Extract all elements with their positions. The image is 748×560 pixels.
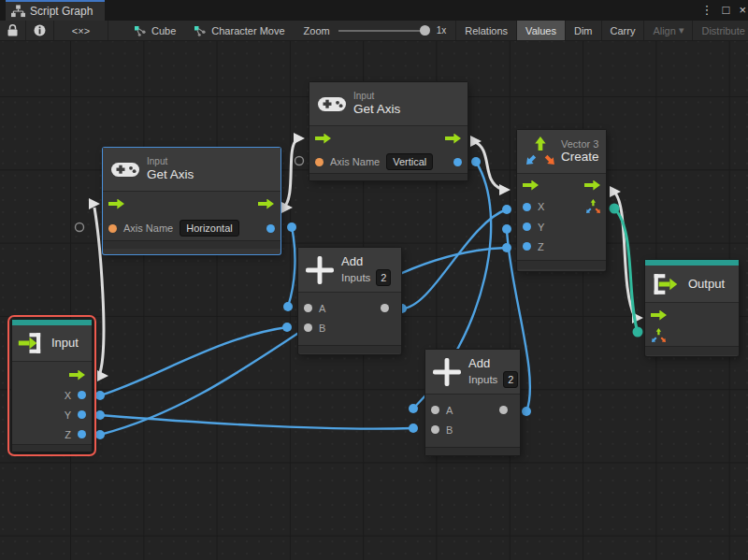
zoom-slider-knob[interactable]: [420, 25, 430, 36]
toggle-carry[interactable]: Carry: [601, 21, 644, 41]
breadcrumb-cube[interactable]: Cube: [125, 21, 185, 41]
y-out-port[interactable]: [78, 410, 86, 419]
flow-in-port[interactable]: [315, 134, 331, 144]
axis-name-port[interactable]: [315, 158, 324, 166]
y-port[interactable]: [523, 223, 531, 231]
node-title: Get Axis: [353, 102, 400, 117]
graph-hierarchy-icon: [11, 5, 25, 18]
flow-out-port[interactable]: [445, 134, 461, 144]
graph-node-icon: [135, 25, 147, 36]
flow-in-port[interactable]: [108, 199, 124, 209]
output-icon: [653, 273, 681, 295]
port-label: Axis Name: [330, 156, 380, 167]
port-label: B: [446, 424, 453, 436]
breadcrumb-character-move-label: Character Move: [211, 25, 284, 36]
flow-out-port[interactable]: [69, 370, 85, 381]
node-vector3-create[interactable]: Vector 3 Create X Y: [517, 130, 606, 271]
flow-out-port[interactable]: [258, 199, 274, 209]
toggle-dim[interactable]: Dim: [565, 21, 601, 41]
node-graph-input[interactable]: Input X Y Z: [12, 320, 92, 452]
menu-align[interactable]: Align ▾: [643, 21, 692, 41]
sum-port[interactable]: [499, 406, 508, 414]
lock-icon: [7, 24, 18, 36]
vector3-icon: [524, 135, 555, 168]
graph-toolbar: <×> Cube Character Move Zoom: [0, 21, 748, 41]
z-port[interactable]: [523, 242, 531, 251]
toggle-relations[interactable]: Relations: [455, 21, 516, 41]
add-icon: [306, 256, 334, 284]
code-view-label: <×>: [72, 25, 90, 36]
port-label: X: [538, 201, 544, 212]
menu-kebab-icon[interactable]: ⋮: [701, 0, 713, 21]
menu-distribute[interactable]: Distribute ▾: [692, 21, 748, 41]
breadcrumb-character-move[interactable]: Character Move: [185, 21, 294, 41]
input-icon: [18, 332, 46, 354]
node-title: Output: [688, 277, 725, 292]
gamepad-icon: [111, 161, 139, 179]
port-label: A: [319, 303, 325, 314]
close-icon[interactable]: ×: [739, 0, 746, 21]
axis-name-field[interactable]: Vertical: [386, 153, 433, 170]
node-get-axis-vertical[interactable]: Input Get Axis Axis Name Vertical: [309, 82, 468, 180]
code-view-button[interactable]: <×>: [54, 21, 108, 41]
port-label: Z: [65, 429, 71, 440]
inputs-count-field[interactable]: 2: [503, 371, 518, 388]
info-button[interactable]: [26, 21, 54, 41]
axis-name-port[interactable]: [108, 224, 117, 233]
zoom-value: 1x: [437, 25, 447, 36]
flow-in-port[interactable]: [651, 310, 667, 321]
vector3-output-port[interactable]: [585, 199, 600, 214]
inputs-label: Inputs: [468, 374, 497, 385]
node-title: Get Axis: [147, 167, 194, 182]
node-title: Input: [51, 336, 79, 351]
port-label: B: [319, 323, 325, 334]
node-add-2[interactable]: Add Inputs 2 A B: [425, 350, 520, 455]
node-get-axis-horizontal[interactable]: Input Get Axis Axis Name Horizontal: [103, 148, 280, 254]
graph-node-icon: [194, 25, 207, 36]
tab-label: Script Graph: [30, 5, 93, 18]
a-port[interactable]: [431, 406, 439, 414]
inputs-count-field[interactable]: 2: [376, 269, 391, 286]
toggle-values[interactable]: Values: [516, 21, 565, 41]
vector3-input-port[interactable]: [651, 328, 666, 343]
node-subtitle: Input: [353, 91, 400, 102]
port-label: X: [65, 390, 71, 401]
info-icon: [34, 24, 46, 36]
maximize-icon[interactable]: □: [723, 0, 730, 21]
chevron-down-icon: ▾: [679, 24, 684, 36]
unity-visual-scripting-window: Script Graph ⋮ □ × <×>: [0, 0, 748, 560]
tab-script-graph[interactable]: Script Graph: [6, 0, 105, 21]
port-label: Axis Name: [123, 223, 173, 234]
add-icon: [433, 358, 461, 386]
z-out-port[interactable]: [78, 430, 86, 438]
node-graph-output[interactable]: Output: [645, 260, 739, 356]
port-label: Y: [65, 409, 71, 421]
port-label: Z: [538, 241, 544, 252]
result-port[interactable]: [266, 224, 275, 233]
port-label: A: [446, 405, 453, 416]
breadcrumb-cube-label: Cube: [151, 25, 176, 36]
tab-bar: Script Graph ⋮ □ ×: [0, 0, 748, 21]
zoom-control: Zoom 1x: [295, 21, 456, 41]
lock-button[interactable]: [0, 21, 26, 41]
zoom-slider[interactable]: [338, 30, 428, 32]
x-port[interactable]: [523, 203, 531, 211]
window-controls: ⋮ □ ×: [701, 0, 746, 21]
flow-in-port[interactable]: [523, 180, 539, 191]
axis-name-field[interactable]: Horizontal: [180, 220, 239, 237]
port-label: Y: [538, 222, 544, 233]
toolbar-toggles: Relations Values Dim Carry Align ▾ Distr…: [455, 21, 748, 41]
node-title: Add: [341, 254, 391, 269]
result-port[interactable]: [453, 158, 462, 166]
node-title: Add: [468, 356, 518, 371]
a-port[interactable]: [304, 304, 312, 312]
x-out-port[interactable]: [78, 391, 86, 399]
node-add-1[interactable]: Add Inputs 2 A B: [298, 248, 401, 354]
node-subtitle: Vector 3: [561, 138, 599, 150]
node-title: Create: [561, 150, 599, 165]
zoom-label: Zoom: [304, 25, 330, 36]
b-port[interactable]: [304, 323, 312, 332]
sum-port[interactable]: [381, 304, 389, 312]
b-port[interactable]: [431, 425, 439, 434]
flow-out-port[interactable]: [584, 180, 600, 191]
